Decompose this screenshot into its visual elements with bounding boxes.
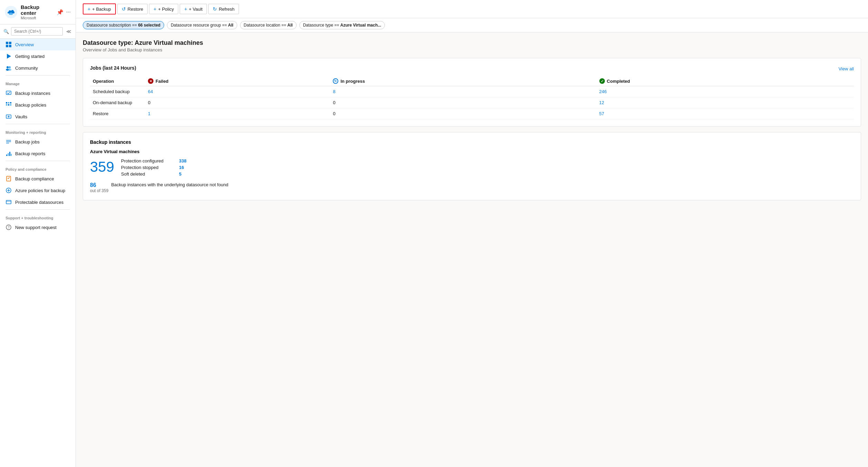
- section-label-manage: Manage: [0, 77, 76, 87]
- bi-stat-value[interactable]: 338: [179, 158, 187, 163]
- filter-label-rg: Datasource resource group == All: [171, 23, 233, 28]
- collapse-btn[interactable]: ≪: [65, 28, 73, 35]
- bi-stat-row: Soft deleted 5: [121, 171, 187, 177]
- bi-section-title: Backup instances: [90, 139, 854, 145]
- svg-rect-16: [10, 104, 11, 106]
- page-title: Datasource type: Azure Virtual machines: [83, 39, 861, 47]
- divider-monitoring: [6, 124, 70, 124]
- sidebar-item-overview[interactable]: Overview: [0, 39, 76, 50]
- divider-policy: [6, 161, 70, 161]
- sidebar-item-azure-policies[interactable]: Azure policies for backup: [0, 185, 76, 196]
- content-area: Datasource type: Azure Virtual machines …: [76, 32, 868, 467]
- restore-button[interactable]: ↺ Restore: [117, 4, 148, 14]
- cell-completed[interactable]: 57: [597, 108, 854, 119]
- svg-rect-24: [9, 152, 10, 156]
- svg-rect-22: [6, 155, 7, 156]
- backup-button-label: + Backup: [92, 7, 111, 12]
- backup-button[interactable]: + + Backup: [83, 3, 116, 14]
- sidebar-item-label-azure-policies: Azure policies for backup: [15, 188, 65, 193]
- vault-button[interactable]: + + Vault: [180, 4, 207, 14]
- main-content: + + Backup ↺ Restore + + Policy + + Vaul…: [76, 0, 868, 467]
- cell-inprogress: 0: [330, 108, 596, 119]
- backup-compliance-icon: [6, 176, 12, 182]
- sidebar-item-getting-started[interactable]: Getting started: [0, 50, 76, 62]
- sidebar-item-backup-policies[interactable]: Backup policies: [0, 99, 76, 111]
- filter-datasource-location[interactable]: Datasource location == All: [240, 21, 297, 29]
- cell-failed: 0: [145, 97, 330, 108]
- svg-marker-5: [7, 54, 11, 59]
- sidebar: Backup center Microsoft 📌 ··· 🔍 ≪ Overvi…: [0, 0, 76, 467]
- filter-datasource-subscription[interactable]: Datasource subscription == 66 selected: [83, 21, 164, 29]
- filter-datasource-resource-group[interactable]: Datasource resource group == All: [167, 21, 237, 29]
- bi-total-number[interactable]: 359: [90, 160, 114, 174]
- svg-point-9: [8, 69, 11, 71]
- sidebar-item-label-new-support-request: New support request: [15, 225, 57, 230]
- cell-failed[interactable]: 64: [145, 86, 330, 97]
- bi-stat-label: Protection stopped: [121, 165, 176, 170]
- sidebar-item-backup-reports[interactable]: Backup reports: [0, 148, 76, 159]
- community-icon: [6, 65, 12, 71]
- sidebar-item-backup-compliance[interactable]: Backup compliance: [0, 173, 76, 185]
- view-all-link[interactable]: View all: [838, 66, 854, 71]
- sidebar-item-new-support-request[interactable]: ? New support request: [0, 221, 76, 233]
- backup-policies-icon: [6, 102, 12, 108]
- sidebar-item-backup-jobs[interactable]: Backup jobs: [0, 136, 76, 148]
- cell-failed[interactable]: 1: [145, 108, 330, 119]
- sidebar-item-protectable-datasources[interactable]: Protectable datasources: [0, 196, 76, 208]
- svg-rect-25: [11, 154, 12, 156]
- divider-manage: [6, 75, 70, 76]
- filter-datasource-type[interactable]: Datasource type == Azure Virtual mach...: [299, 21, 385, 29]
- sidebar-header: Backup center Microsoft 📌 ···: [0, 0, 76, 24]
- svg-rect-20: [6, 141, 11, 142]
- backup-reports-icon: [6, 150, 12, 157]
- refresh-button[interactable]: ↻ Refresh: [208, 4, 239, 14]
- svg-text:?: ?: [8, 226, 10, 229]
- svg-rect-21: [6, 143, 9, 143]
- plus-icon-policy: +: [153, 6, 156, 12]
- svg-rect-2: [9, 42, 11, 44]
- restore-icon: ↺: [122, 6, 126, 12]
- sidebar-title-block: Backup center Microsoft: [21, 4, 53, 20]
- jobs-card-title: Jobs (last 24 Hours): [90, 65, 136, 71]
- cell-inprogress[interactable]: 8: [330, 86, 596, 97]
- sidebar-item-vaults[interactable]: Vaults: [0, 111, 76, 122]
- bi-content: 359 Protection configured 338 Protection…: [90, 158, 854, 177]
- svg-rect-1: [6, 42, 8, 44]
- table-row: On-demand backup 0 0 12: [90, 97, 854, 108]
- bi-underlying-number[interactable]: 86: [90, 182, 108, 188]
- more-icon[interactable]: ···: [66, 9, 71, 15]
- svg-rect-28: [6, 200, 11, 204]
- filter-label-sub: Datasource subscription == 66 selected: [87, 23, 160, 28]
- plus-icon-vault: +: [184, 6, 187, 12]
- col-header-completed: ✓ Completed: [597, 76, 854, 86]
- jobs-card-header: Jobs (last 24 Hours) View all: [90, 65, 854, 72]
- svg-rect-23: [8, 153, 9, 156]
- cell-completed[interactable]: 246: [597, 86, 854, 97]
- sidebar-item-community[interactable]: Community: [0, 62, 76, 74]
- sidebar-nav: Overview Getting started Community Manag…: [0, 39, 76, 467]
- sidebar-item-label-backup-policies: Backup policies: [15, 102, 46, 108]
- policy-button[interactable]: + + Policy: [149, 4, 178, 14]
- bi-bottom-left: 86 out of 359: [90, 182, 108, 193]
- col-header-inprogress-label: In progress: [340, 79, 365, 84]
- sidebar-item-label-backup-instances: Backup instances: [15, 91, 50, 96]
- bi-stat-value[interactable]: 16: [179, 165, 184, 170]
- sidebar-item-label-overview: Overview: [15, 42, 34, 47]
- filter-bar: Datasource subscription == 66 selected D…: [76, 18, 868, 32]
- svg-point-7: [9, 66, 11, 68]
- vault-button-label: + Vault: [189, 7, 203, 12]
- svg-point-6: [7, 66, 9, 68]
- cell-operation: On-demand backup: [90, 97, 145, 108]
- table-row: Scheduled backup 64 8 246: [90, 86, 854, 97]
- page-subtitle: Overview of Jobs and Backup instances: [83, 47, 861, 52]
- section-label-support: Support + troubleshooting: [0, 211, 76, 221]
- sidebar-item-label-backup-compliance: Backup compliance: [15, 176, 54, 181]
- bi-stat-value[interactable]: 5: [179, 171, 181, 177]
- cell-completed[interactable]: 12: [597, 97, 854, 108]
- search-input[interactable]: [11, 27, 63, 36]
- sidebar-header-icons[interactable]: 📌 ···: [57, 9, 71, 16]
- svg-rect-11: [6, 102, 7, 103]
- sidebar-item-backup-instances[interactable]: Backup instances: [0, 87, 76, 99]
- pin-icon[interactable]: 📌: [57, 9, 63, 16]
- bi-stat-label: Protection configured: [121, 158, 176, 163]
